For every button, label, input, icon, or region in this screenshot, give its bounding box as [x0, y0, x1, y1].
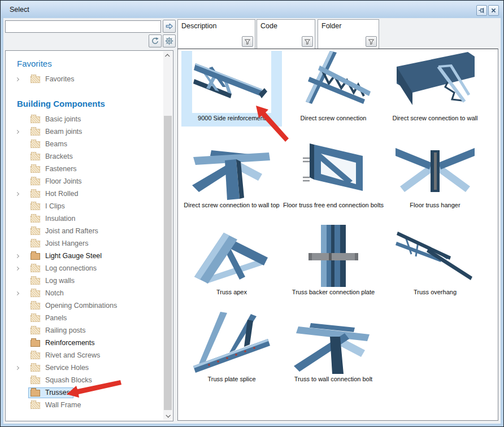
sidebar-item-hot-rolled[interactable]: Hot Rolled [6, 188, 163, 200]
chevron-right-icon[interactable] [14, 292, 28, 295]
folder-icon [31, 166, 40, 173]
filter-funnel-icon [368, 38, 375, 45]
component-truss-to-wall-connection-bolt[interactable]: Truss to wall connection bolt [283, 312, 384, 387]
sidebar-item-label: Fasteners [45, 165, 77, 173]
sidebar-item-panels[interactable]: Panels [6, 312, 163, 324]
sidebar-item-service-holes[interactable]: Service Holes [6, 361, 163, 374]
sidebar-item-log-walls[interactable]: Log walls [6, 274, 163, 287]
column-header-folder[interactable]: Folder [318, 19, 379, 49]
chevron-right-icon[interactable] [14, 267, 28, 270]
folder-icon [31, 76, 40, 83]
folder-icon [31, 303, 40, 310]
component-direct-screw-connection-to-wall-top[interactable]: Direct screw connection to wall top [181, 138, 282, 213]
sidebar-item-beam-joints[interactable]: Beam joints [6, 125, 163, 138]
column-label: Description [181, 22, 255, 30]
side-reinforcement-thumbnail-icon [192, 51, 271, 113]
sidebar-item-squash-blocks[interactable]: Squash Blocks [6, 374, 163, 386]
folder-icon [31, 253, 40, 260]
component-truss-backer-connection-plate[interactable]: Truss backer connection plate [283, 225, 384, 300]
tree-scrollbar[interactable] [163, 51, 172, 420]
sidebar-item-joist-and-rafters[interactable]: Joist and Rafters [6, 225, 163, 237]
column-header-code[interactable]: Code [257, 19, 315, 49]
sidebar-item-beams[interactable]: Beams [6, 138, 163, 150]
sidebar-item-label: Beams [45, 140, 67, 148]
close-button[interactable] [488, 5, 499, 16]
sidebar-item-floor-joints[interactable]: Floor Joints [6, 175, 163, 188]
scroll-down-icon[interactable] [163, 411, 172, 420]
sidebar-item-favorites[interactable]: Favorites [6, 73, 163, 85]
search-input[interactable] [5, 20, 161, 33]
chevron-right-icon[interactable] [14, 367, 28, 369]
folder-icon [31, 315, 40, 322]
select-window: Select Description [0, 0, 504, 427]
truss-hanger-thumbnail-icon [396, 138, 475, 200]
refresh-button[interactable] [149, 34, 162, 47]
sidebar-item-light-gauge-steel[interactable]: Light Gauge Steel [6, 250, 163, 262]
wall-bolt-thumbnail-icon [294, 312, 373, 374]
component-label: Floor truss hanger [410, 202, 460, 208]
folder-icon [31, 203, 40, 210]
sidebar-item-label: Wall Frame [45, 401, 81, 409]
sidebar-item-wall-frame[interactable]: Wall Frame [6, 399, 163, 411]
component-label: Direct screw connection [301, 115, 367, 121]
sidebar-item-label: Notch [45, 289, 64, 297]
filter-button-code[interactable] [302, 36, 313, 47]
folder-icon [31, 116, 40, 123]
component-floor-truss-free-end-connection-bolts[interactable]: Floor truss free end connection bolts [283, 138, 384, 213]
sidebar-item-i-clips[interactable]: I Clips [6, 200, 163, 212]
sidebar-item-basic-joints[interactable]: Basic joints [6, 113, 163, 125]
screw-connection-thumbnail-icon [294, 51, 373, 113]
filter-button-folder[interactable] [366, 36, 377, 47]
sidebar-item-reinforcements[interactable]: Reinforcements [6, 337, 163, 349]
scrollbar-thumb[interactable] [164, 116, 172, 410]
chevron-right-icon[interactable] [14, 193, 28, 195]
folder-icon [31, 141, 40, 148]
sidebar-item-label: Log walls [45, 277, 75, 285]
column-header-description[interactable]: Description [177, 19, 255, 49]
sidebar-item-brackets[interactable]: Brackets [6, 150, 163, 163]
component-truss-plate-splice[interactable]: Truss plate splice [181, 312, 282, 387]
sidebar-item-label: Hot Rolled [45, 190, 78, 198]
sidebar-item-insulation[interactable]: Insulation [6, 212, 163, 225]
settings-button[interactable] [163, 34, 176, 47]
folder-icon [31, 228, 40, 235]
search-go-button[interactable] [163, 20, 176, 33]
component-direct-screw-connection[interactable]: Direct screw connection [283, 51, 384, 127]
sidebar-item-trusses[interactable]: Trusses [6, 386, 163, 399]
sidebar-item-notch[interactable]: Notch [6, 287, 163, 299]
sidebar-item-label: Railing posts [45, 326, 86, 334]
filter-funnel-icon [244, 38, 251, 45]
scroll-up-icon[interactable] [163, 51, 172, 60]
folder-icon [31, 340, 40, 347]
component-truss-overhang[interactable]: Truss overhang [385, 225, 485, 300]
column-label: Code [260, 22, 315, 30]
sidebar-item-log-connections[interactable]: Log connections [6, 262, 163, 274]
chevron-right-icon[interactable] [14, 255, 28, 258]
folder-icon [31, 390, 40, 396]
chevron-right-icon[interactable] [14, 130, 28, 133]
folder-icon [31, 352, 40, 359]
free-end-bolts-thumbnail-icon [294, 138, 373, 200]
sidebar-item-opening-combinations[interactable]: Opening Combinations [6, 299, 163, 312]
component-floor-truss-hanger[interactable]: Floor truss hanger [385, 138, 485, 213]
component-direct-screw-connection-to-wall[interactable]: Direct screw connection to wall [385, 51, 485, 127]
filter-button-description[interactable] [242, 36, 253, 47]
section-header-favorites: Favorites [17, 59, 163, 68]
sidebar-item-railing-posts[interactable]: Railing posts [6, 324, 163, 337]
backer-plate-thumbnail-icon [294, 225, 373, 287]
folder-icon [31, 129, 40, 136]
sidebar-item-label: Squash Blocks [45, 376, 92, 384]
chevron-right-icon[interactable] [14, 78, 28, 81]
folder-icon [31, 178, 40, 185]
sidebar-item-fasteners[interactable]: Fasteners [6, 163, 163, 175]
component-label: Direct screw connection to wall [392, 115, 477, 121]
sidebar-item-rivet-and-screws[interactable]: Rivet and Screws [6, 349, 163, 361]
plate-splice-thumbnail-icon [192, 312, 271, 374]
component-9000-side-reinforcement[interactable]: 9000 Side reinforcement [181, 51, 282, 127]
component-label: Floor truss free end connection bolts [283, 202, 384, 208]
titlebar[interactable]: Select [1, 1, 503, 18]
component-truss-apex[interactable]: Truss apex [181, 225, 282, 300]
pin-button[interactable] [476, 5, 487, 16]
sidebar-item-joist-hangers[interactable]: Joist Hangers [6, 237, 163, 250]
refresh-icon [151, 37, 159, 45]
